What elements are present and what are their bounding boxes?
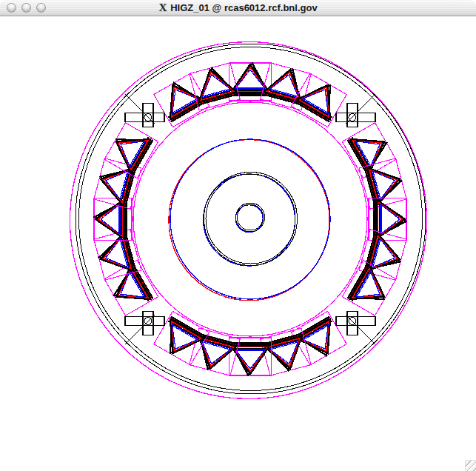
support-v-rect xyxy=(347,104,358,127)
x11-icon: X xyxy=(158,2,167,13)
support-structure xyxy=(336,94,375,127)
beam-pipe-circle xyxy=(238,204,264,230)
support-spoke xyxy=(125,315,155,344)
detector-module xyxy=(342,260,396,315)
detector-module xyxy=(291,73,346,127)
titlebar[interactable]: X HIGZ_01 @ rcas6012.rcf.bnl.gov xyxy=(0,0,476,16)
support-structure xyxy=(125,94,164,127)
detector-module xyxy=(104,123,158,178)
detector-module xyxy=(190,63,240,110)
higz-canvas xyxy=(0,16,476,471)
support-v-rect xyxy=(143,312,153,335)
beam-pipe-circle xyxy=(235,205,263,233)
detector-module xyxy=(154,311,209,365)
support-spoke xyxy=(346,315,375,344)
detector-module xyxy=(94,230,141,280)
detector-module xyxy=(359,158,406,209)
support-spoke xyxy=(346,94,375,124)
support-v-rect xyxy=(347,312,358,335)
x11-window: X HIGZ_01 @ rcas6012.rcf.bnl.gov xyxy=(0,0,476,471)
support-spoke xyxy=(125,94,155,124)
support-structure xyxy=(125,312,164,344)
beam-pipe-circle xyxy=(236,203,265,232)
support-structure xyxy=(336,312,375,344)
resize-grip[interactable] xyxy=(465,460,476,471)
detector-module xyxy=(261,328,311,375)
higz-canvas-area[interactable] xyxy=(0,16,476,471)
support-v-rect xyxy=(143,104,153,127)
inner-detector-circle xyxy=(204,174,295,266)
window-title-text: HIGZ_01 @ rcas6012.rcf.bnl.gov xyxy=(170,2,317,13)
window-title: X HIGZ_01 @ rcas6012.rcf.bnl.gov xyxy=(0,0,476,16)
